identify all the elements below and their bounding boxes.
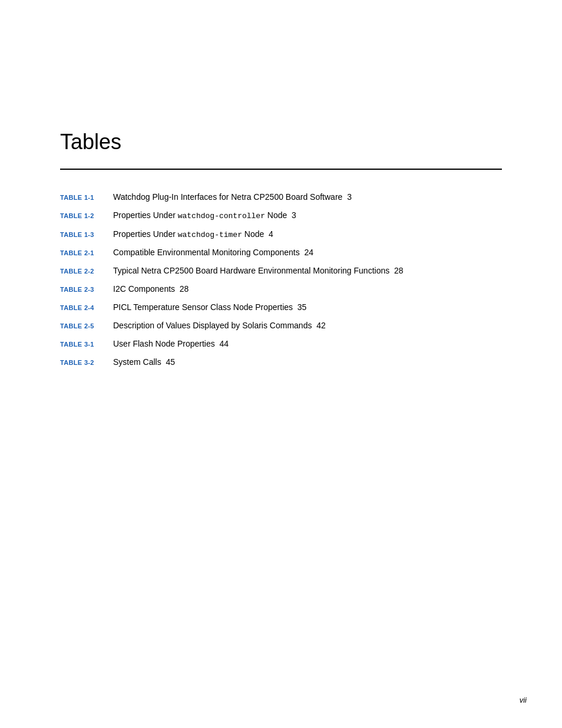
- page-title: Tables: [60, 130, 502, 154]
- toc-entry-label[interactable]: TABLE 1-3: [60, 230, 113, 240]
- inline-code: watchdog-timer: [178, 230, 242, 239]
- toc-entry-label[interactable]: TABLE 1-1: [60, 193, 113, 203]
- toc-entry-text: User Flash Node Properties 44: [113, 338, 502, 350]
- toc-entry-label[interactable]: TABLE 2-5: [60, 321, 113, 331]
- toc-entry-label[interactable]: TABLE 3-2: [60, 358, 113, 368]
- toc-entry-text: PICL Temperature Sensor Class Node Prope…: [113, 301, 502, 314]
- list-item: TABLE 2-4 PICL Temperature Sensor Class …: [60, 301, 502, 314]
- table-of-contents-list: TABLE 1-1 Watchdog Plug-In Interfaces fo…: [60, 191, 502, 368]
- list-item: TABLE 2-3 I2C Components 28: [60, 283, 502, 295]
- list-item: TABLE 2-5 Description of Values Displaye…: [60, 319, 502, 332]
- footer-page-number: vii: [520, 696, 527, 704]
- toc-entry-text: Properties Under watchdog-timer Node 4: [113, 228, 502, 241]
- list-item: TABLE 1-3 Properties Under watchdog-time…: [60, 228, 502, 241]
- toc-entry-label[interactable]: TABLE 2-1: [60, 248, 113, 258]
- inline-code: watchdog-controller: [178, 212, 265, 220]
- toc-entry-label[interactable]: TABLE 2-2: [60, 266, 113, 276]
- list-item: TABLE 3-1 User Flash Node Properties 44: [60, 338, 502, 350]
- toc-entry-text: Properties Under watchdog-controller Nod…: [113, 209, 502, 222]
- toc-entry-label[interactable]: TABLE 2-4: [60, 303, 113, 313]
- toc-entry-label[interactable]: TABLE 1-2: [60, 211, 113, 221]
- list-item: TABLE 2-1 Compatible Environmental Monit…: [60, 246, 502, 259]
- toc-entry-text: Description of Values Displayed by Solar…: [113, 319, 502, 332]
- section-divider: [60, 169, 502, 170]
- list-item: TABLE 1-2 Properties Under watchdog-cont…: [60, 209, 502, 222]
- toc-entry-label[interactable]: TABLE 3-1: [60, 340, 113, 350]
- toc-entry-text: Typical Netra CP2500 Board Hardware Envi…: [113, 265, 502, 277]
- toc-entry-label[interactable]: TABLE 2-3: [60, 285, 113, 295]
- list-item: TABLE 2-2 Typical Netra CP2500 Board Har…: [60, 265, 502, 277]
- toc-entry-text: Watchdog Plug-In Interfaces for Netra CP…: [113, 191, 502, 203]
- page-container: Tables TABLE 1-1 Watchdog Plug-In Interf…: [0, 0, 562, 728]
- toc-entry-text: Compatible Environmental Monitoring Comp…: [113, 246, 502, 259]
- content-area: Tables TABLE 1-1 Watchdog Plug-In Interf…: [60, 0, 502, 421]
- list-item: TABLE 1-1 Watchdog Plug-In Interfaces fo…: [60, 191, 502, 203]
- list-item: TABLE 3-2 System Calls 45: [60, 356, 502, 368]
- toc-entry-text: System Calls 45: [113, 356, 502, 368]
- toc-entry-text: I2C Components 28: [113, 283, 502, 295]
